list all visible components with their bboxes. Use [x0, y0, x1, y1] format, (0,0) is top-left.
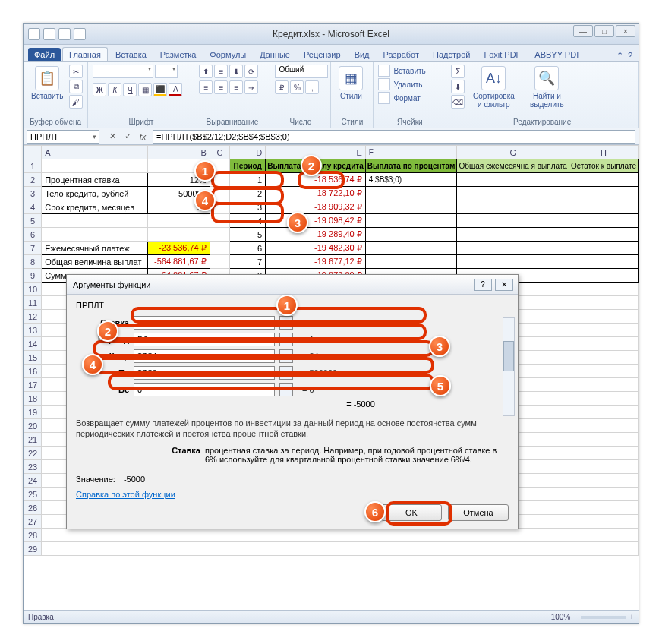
align-right-icon[interactable]: ≡ — [229, 80, 243, 94]
dialog-titlebar[interactable]: Аргументы функции ? ✕ — [67, 275, 518, 295]
header-interest[interactable]: Выплата по процентам — [365, 159, 457, 173]
range-picker-icon[interactable] — [279, 383, 293, 396]
row-header[interactable]: 3 — [24, 187, 42, 200]
cell[interactable]: Тело кредита, рублей — [42, 187, 148, 200]
percent-icon[interactable]: % — [290, 80, 304, 94]
cell[interactable]: -18 722,10 ₽ — [266, 187, 366, 200]
font-size-combo[interactable] — [155, 65, 178, 78]
arg-input-period[interactable]: D2 — [134, 333, 275, 346]
currency-icon[interactable]: ₽ — [275, 80, 289, 94]
row-header[interactable]: 4 — [24, 200, 42, 214]
row-header[interactable]: 9 — [24, 269, 42, 283]
cell[interactable]: 2 — [230, 187, 266, 200]
find-select-button[interactable]: 🔍 Найти и выделить — [522, 65, 571, 110]
col-header-H[interactable]: H — [569, 146, 638, 159]
undo-icon[interactable] — [58, 28, 71, 40]
bold-icon[interactable]: Ж — [93, 83, 106, 96]
tab-developer[interactable]: Разработ — [377, 48, 425, 61]
close-button[interactable]: × — [616, 25, 635, 37]
col-header-A[interactable]: A — [42, 146, 148, 159]
align-top-icon[interactable]: ⬆ — [199, 65, 213, 78]
cell[interactable]: -19 677,12 ₽ — [266, 255, 366, 269]
align-middle-icon[interactable]: ≡ — [214, 65, 228, 78]
header-remain[interactable]: Остаток к выплате — [569, 159, 638, 173]
cut-icon[interactable]: ✂ — [69, 65, 83, 78]
tab-view[interactable]: Вид — [348, 48, 376, 61]
underline-icon[interactable]: Ч — [123, 83, 137, 96]
formula-input[interactable]: =ПРПЛТ($B$2/12;D2;$B$4;$B$3;0) — [153, 130, 635, 144]
range-picker-icon[interactable] — [279, 366, 293, 380]
row-header[interactable]: 2 — [24, 173, 42, 187]
col-header-C[interactable]: C — [210, 146, 230, 159]
dialog-help-icon[interactable]: ? — [474, 279, 492, 291]
align-center-icon[interactable]: ≡ — [214, 80, 228, 94]
redo-icon[interactable] — [74, 28, 86, 40]
minimize-button[interactable]: — — [573, 25, 593, 37]
tab-data[interactable]: Данные — [254, 48, 296, 61]
cell[interactable]: -19 098,42 ₽ — [266, 214, 366, 228]
arg-input-pv[interactable]: $B$3 — [134, 366, 275, 380]
row-header[interactable]: 6 — [24, 228, 42, 242]
tab-insert[interactable]: Вставка — [109, 48, 153, 61]
cells-format[interactable]: Формат — [378, 92, 421, 104]
header-period[interactable]: Период — [230, 159, 266, 173]
row-header[interactable]: 7 — [24, 242, 42, 255]
copy-icon[interactable]: ⧉ — [69, 80, 83, 93]
tab-review[interactable]: Рецензир — [298, 48, 347, 61]
row-header[interactable]: 8 — [24, 255, 42, 269]
zoom-out-icon[interactable]: − — [573, 613, 578, 621]
cells-delete[interactable]: Удалить — [378, 78, 422, 90]
align-left-icon[interactable]: ≡ — [199, 80, 213, 94]
arg-input-rate[interactable]: $B$2/12 — [134, 316, 275, 330]
col-header-F[interactable]: F — [365, 146, 457, 159]
styles-button[interactable]: ▦ Стили — [336, 65, 366, 102]
cancel-button[interactable]: Отмена — [448, 504, 509, 521]
arg-input-nper[interactable]: $B$4 — [134, 349, 275, 363]
font-color-icon[interactable]: A — [169, 83, 182, 96]
name-box[interactable]: ПРПЛТ — [27, 130, 99, 144]
cell[interactable]: 5 — [230, 228, 266, 242]
cell[interactable]: Ежемесячный платеж — [42, 242, 148, 255]
cell[interactable]: 7 — [230, 255, 266, 269]
fx-icon[interactable]: fx — [136, 130, 150, 144]
border-icon[interactable]: ▦ — [138, 83, 152, 96]
fill-color-icon[interactable]: ⬛ — [153, 83, 167, 96]
cell[interactable]: 6 — [230, 242, 266, 255]
cell[interactable]: -18 909,32 ₽ — [266, 200, 366, 214]
paste-button[interactable]: 📋 Вставить — [28, 65, 66, 102]
enter-formula-icon[interactable]: ✓ — [121, 130, 134, 144]
select-all-corner[interactable] — [24, 146, 42, 159]
orientation-icon[interactable]: ⟳ — [244, 65, 258, 78]
tab-addins[interactable]: Надстрой — [427, 48, 476, 61]
tab-formulas[interactable]: Формулы — [203, 48, 252, 61]
ok-button[interactable]: OK — [381, 504, 442, 521]
align-bottom-icon[interactable]: ⬇ — [229, 65, 243, 78]
args-scrollbar[interactable] — [503, 317, 515, 416]
function-help-link[interactable]: Справка по этой функции — [76, 490, 175, 499]
cell[interactable]: -564 881,67 ₽ — [148, 255, 210, 269]
arg-input-fv[interactable]: 0 — [134, 383, 275, 396]
clear-icon[interactable]: ⌫ — [451, 95, 465, 109]
dialog-close-icon[interactable]: ✕ — [495, 279, 513, 291]
range-picker-icon[interactable] — [279, 333, 293, 346]
cancel-formula-icon[interactable]: ✕ — [106, 130, 119, 144]
tab-foxit[interactable]: Foxit PDF — [478, 48, 527, 61]
cell[interactable]: -19 289,40 ₽ — [266, 228, 366, 242]
header-total[interactable]: Общая ежемесячна я выплата — [457, 159, 569, 173]
zoom-in-icon[interactable]: + — [629, 613, 634, 621]
cell[interactable]: 4 — [230, 214, 266, 228]
tab-abbyy[interactable]: ABBYY PDI — [528, 48, 585, 61]
italic-icon[interactable]: К — [108, 83, 121, 96]
cell[interactable]: Срок кредита, месяцев — [42, 200, 148, 214]
sort-filter-button[interactable]: A↓ Сортировка и фильтр — [468, 65, 519, 110]
fill-icon[interactable]: ⬇ — [451, 80, 465, 93]
font-name-combo[interactable] — [93, 65, 153, 78]
cell[interactable]: -23 536,74 ₽ — [148, 242, 210, 255]
help-icon[interactable]: ? — [628, 51, 632, 61]
cell[interactable]: 1 — [230, 173, 266, 187]
cells-insert[interactable]: Вставить — [378, 65, 425, 77]
scrollbar-thumb[interactable] — [503, 341, 514, 371]
zoom-slider[interactable] — [581, 616, 626, 619]
cell[interactable]: 4;$B$3;0) — [365, 173, 457, 187]
col-header-G[interactable]: G — [457, 146, 569, 159]
